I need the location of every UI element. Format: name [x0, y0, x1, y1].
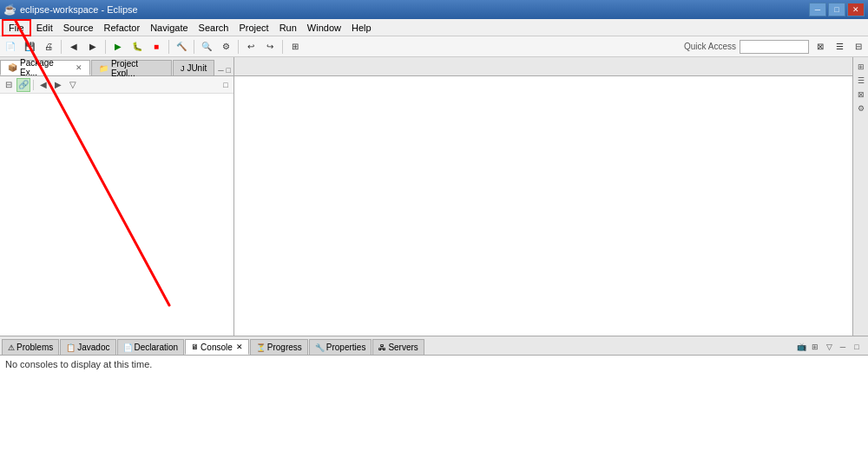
menu-edit[interactable]: Edit	[31, 21, 58, 35]
tb-workbench-btn2[interactable]: ☰	[832, 38, 847, 55]
menu-help[interactable]: Help	[346, 21, 377, 35]
tab-javadoc[interactable]: 📋 Javadoc	[60, 339, 115, 355]
menu-bar: File Edit Source Refactor Navigate Searc…	[0, 19, 868, 36]
left-panel-minimize[interactable]: ─	[217, 65, 224, 75]
tab-properties[interactable]: 🔧 Properties	[309, 339, 372, 355]
left-panel-content	[0, 94, 233, 336]
tb-redo-button[interactable]: ↪	[261, 38, 279, 55]
menu-search[interactable]: Search	[194, 21, 234, 35]
ri-btn-2[interactable]: ☰	[855, 75, 867, 87]
console-message: No consoles to display at this time.	[5, 359, 152, 369]
editor-tabs	[234, 57, 852, 76]
editor-content	[234, 76, 852, 336]
menu-window[interactable]: Window	[302, 21, 346, 35]
menu-navigate[interactable]: Navigate	[145, 21, 193, 35]
tb-build-button[interactable]: 🔨	[173, 38, 190, 55]
tab-console-close[interactable]: ✕	[236, 343, 243, 351]
bottom-tabs: ⚠ Problems 📋 Javadoc 📄 Declaration 🖥 Con…	[0, 336, 868, 356]
app-icon: ☕	[3, 3, 16, 16]
tab-progress-label: Progress	[267, 343, 302, 352]
right-icons-strip: ⊞ ☰ ⊠ ⚙	[852, 57, 868, 336]
tab-declaration-label: Declaration	[135, 343, 179, 352]
menu-refactor[interactable]: Refactor	[99, 21, 146, 35]
pt-back-btn[interactable]: ◀	[36, 78, 50, 92]
tab-junit[interactable]: J JUnit	[173, 60, 214, 75]
tab-servers-label: Servers	[388, 343, 418, 352]
tb-next-button[interactable]: ▶	[84, 38, 102, 55]
left-panel-tabs: 📦 Package Ex... ✕ 📁 Project Expl... J JU…	[0, 57, 233, 76]
main-container: 📦 Package Ex... ✕ 📁 Project Expl... J JU…	[0, 57, 868, 457]
quick-access-label: Quick Access	[684, 42, 736, 51]
pt-sep-1	[33, 80, 34, 90]
tab-package-close[interactable]: ✕	[76, 63, 82, 72]
pt-collapse-btn[interactable]: ⊟	[2, 78, 16, 92]
tab-problems[interactable]: ⚠ Problems	[2, 339, 59, 355]
tab-package-label: Package Ex...	[20, 58, 73, 77]
tab-junit-icon: J	[181, 64, 185, 73]
tab-javadoc-label: Javadoc	[77, 343, 109, 352]
tab-project-label: Project Expl...	[111, 59, 164, 78]
title-text: eclipse-workspace - Eclipse	[20, 4, 138, 15]
menu-run[interactable]: Run	[274, 21, 302, 35]
tab-declaration[interactable]: 📄 Declaration	[117, 339, 185, 355]
tab-console-icon: 🖥	[191, 343, 199, 351]
toolbar-1: 📄 💾 🖨 ◀ ▶ ▶ 🐛 ■ 🔨 🔍 ⚙ ↩ ↪ ⊞ Quick Access…	[0, 36, 868, 57]
pt-maximize-btn[interactable]: □	[220, 79, 232, 91]
title-bar: ☕ eclipse-workspace - Eclipse ─ □ ✕	[0, 0, 868, 19]
tb-settings-button[interactable]: ⚙	[217, 38, 234, 55]
tab-project-explorer[interactable]: 📁 Project Expl...	[91, 60, 172, 75]
bt-new-console[interactable]: ⊞	[809, 341, 821, 353]
tb-workbench-btn1[interactable]: ⊠	[812, 38, 828, 55]
editor-area	[234, 57, 852, 336]
quick-access-input[interactable]	[740, 40, 809, 54]
close-button[interactable]: ✕	[847, 3, 865, 16]
bottom-panel: ⚠ Problems 📋 Javadoc 📄 Declaration 🖥 Con…	[0, 336, 868, 457]
tab-problems-label: Problems	[16, 343, 53, 352]
tb-debug-button[interactable]: 🐛	[128, 38, 146, 55]
tb-new-button[interactable]: 📄	[2, 38, 19, 55]
tab-problems-icon: ⚠	[8, 343, 15, 352]
menu-project[interactable]: Project	[233, 21, 273, 35]
tb-run-button[interactable]: ▶	[109, 38, 127, 55]
tab-junit-label: JUnit	[187, 63, 207, 73]
tb-print-button[interactable]: 🖨	[40, 38, 57, 55]
tab-package-icon: 📦	[8, 63, 17, 72]
tb-workbench-btn3[interactable]: ⊟	[851, 38, 866, 55]
pt-down-btn[interactable]: ▽	[66, 78, 80, 92]
tb-sep-3	[168, 40, 169, 54]
tb-sep-2	[105, 40, 106, 54]
tab-javadoc-icon: 📋	[66, 343, 76, 352]
tab-project-icon: 📁	[99, 64, 108, 73]
ri-btn-4[interactable]: ⚙	[855, 102, 867, 114]
bt-open-console[interactable]: 📺	[795, 341, 807, 353]
ri-btn-1[interactable]: ⊞	[855, 61, 867, 73]
bt-maximize[interactable]: □	[851, 341, 863, 353]
minimize-button[interactable]: ─	[809, 3, 826, 16]
menu-source[interactable]: Source	[58, 21, 99, 35]
menu-file[interactable]: File	[2, 19, 31, 36]
bt-minimize[interactable]: ─	[837, 341, 849, 353]
tab-console[interactable]: 🖥 Console ✕	[185, 339, 249, 355]
tab-package-explorer[interactable]: 📦 Package Ex... ✕	[0, 60, 90, 75]
bt-menu[interactable]: ▽	[823, 341, 835, 353]
pt-forward-btn[interactable]: ▶	[51, 78, 65, 92]
ri-btn-3[interactable]: ⊠	[855, 88, 867, 101]
tb-perspective-button[interactable]: ⊞	[286, 38, 304, 55]
tb-search-button[interactable]: 🔍	[198, 38, 215, 55]
tb-save-button[interactable]: 💾	[21, 38, 38, 55]
tb-sep-1	[61, 40, 62, 54]
tb-stop-button[interactable]: ■	[148, 38, 165, 55]
tb-undo-button[interactable]: ↩	[242, 38, 260, 55]
tb-prev-button[interactable]: ◀	[65, 38, 82, 55]
pt-link-btn[interactable]: 🔗	[16, 78, 30, 92]
tab-properties-label: Properties	[326, 343, 366, 352]
tab-progress[interactable]: ⏳ Progress	[250, 339, 308, 355]
tab-declaration-icon: 📄	[123, 343, 133, 352]
workspace: 📦 Package Ex... ✕ 📁 Project Expl... J JU…	[0, 57, 868, 336]
left-panel-toolbar: ⊟ 🔗 ◀ ▶ ▽ □	[0, 76, 233, 94]
tab-servers[interactable]: 🖧 Servers	[372, 339, 424, 355]
tab-progress-icon: ⏳	[256, 343, 266, 352]
tab-console-label: Console	[201, 343, 233, 352]
left-panel-maximize[interactable]: □	[226, 65, 232, 75]
maximize-button[interactable]: □	[828, 3, 845, 16]
